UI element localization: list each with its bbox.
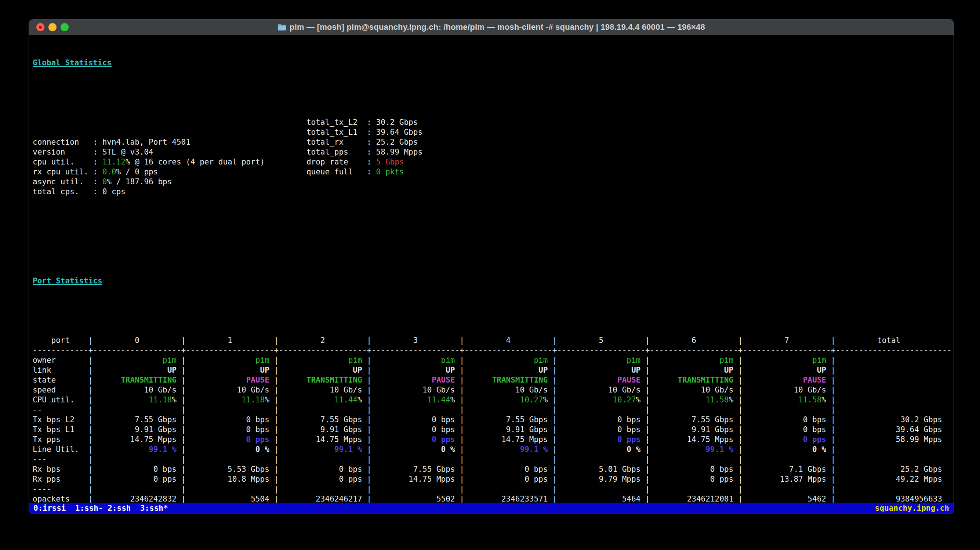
table-cell: |10 Gb/s: [274, 385, 367, 395]
cell-value: [278, 484, 367, 494]
table-cell: |0 bps: [367, 425, 460, 435]
cell-value: 0 bps: [743, 425, 830, 435]
column-divider: |: [552, 435, 557, 445]
column-divider: |: [645, 445, 650, 454]
column-divider: |: [552, 415, 557, 425]
table-cell: |: [645, 405, 738, 415]
table-cell: |: [274, 405, 367, 415]
column-divider: |: [89, 435, 93, 445]
text-segment: 0 pps: [525, 475, 547, 483]
row-label: Tx bps L1: [33, 425, 89, 435]
column-divider: |: [460, 395, 464, 405]
window-titlebar[interactable]: pim — [mosh] pim@squanchy.ipng.ch: /home…: [29, 19, 954, 35]
table-cell: |11.58%: [738, 395, 831, 405]
column-divider: |: [645, 375, 650, 385]
text-segment: 25.2 Gbps: [376, 138, 418, 147]
column-divider: |: [367, 425, 371, 435]
window-title-area: pim — [mosh] pim@squanchy.ipng.ch: /home…: [29, 19, 954, 35]
text-segment: 3: [413, 336, 418, 345]
separator: :: [367, 167, 376, 177]
table-cell: |UP: [367, 365, 460, 375]
table-cell: |10 Gb/s: [89, 385, 181, 395]
text-segment: 11.44: [427, 395, 450, 404]
cell-value: UP: [93, 365, 181, 375]
port-stats-heading: Port Statistics: [33, 276, 950, 286]
text-segment: 5 Gbps: [376, 158, 404, 166]
cell-value: 14.75 Mpps: [464, 435, 552, 445]
table-cell: |0 bps: [645, 464, 738, 474]
cell-value: UP: [186, 365, 274, 375]
column-divider: |: [89, 365, 93, 375]
column-divider: |: [367, 464, 371, 474]
table-cell: |0 pps: [274, 474, 367, 484]
global-stat-value: 30.2 Gbps: [376, 118, 418, 128]
table-cell: |0 %: [367, 445, 460, 454]
global-stat-value: 5 Gbps: [376, 157, 404, 167]
text-segment: 14.75 Mpps: [409, 475, 455, 483]
cell-value: [557, 405, 645, 415]
text-segment: %: [265, 395, 269, 404]
text-segment: %: [636, 395, 641, 404]
text-segment: 6: [692, 336, 696, 345]
text-segment: pim: [534, 356, 547, 365]
global-stat-label: total_cps.: [33, 187, 93, 197]
cell-value: 14.75 Mpps: [278, 435, 367, 445]
close-button[interactable]: [37, 23, 45, 31]
cell-value: 58.99 Mpps: [835, 435, 951, 445]
cell-value: 10 Gb/s: [557, 385, 645, 395]
global-stat-label: cpu_util.: [33, 157, 93, 167]
table-cell: |7.55 Gbps: [367, 464, 460, 474]
column-divider: |: [367, 484, 371, 494]
table-cell: |: [367, 405, 460, 415]
cell-value: 49.22 Mpps: [835, 474, 951, 484]
table-cell: |PAUSE: [552, 375, 645, 385]
text-segment: 11.44: [334, 395, 358, 404]
column-divider: |: [738, 425, 743, 435]
global-stat-value: 0 pkts: [376, 167, 404, 177]
cell-value: 5502: [371, 494, 460, 503]
global-stat-value: 58.99 Mpps: [376, 147, 422, 157]
separator: :: [367, 128, 376, 137]
cell-value: 11.58%: [743, 395, 830, 405]
column-divider: |: [89, 375, 93, 385]
cell-value: 10.27%: [557, 395, 645, 405]
table-cell: |pim: [552, 356, 645, 365]
text-segment: 58.99 Mpps: [376, 148, 422, 156]
column-divider: |: [181, 425, 186, 435]
column-divider: |: [460, 365, 464, 375]
zoom-button[interactable]: [60, 23, 68, 31]
text-segment: 39.64 Gbps: [896, 425, 942, 434]
table-cell: |: [831, 356, 952, 365]
tmux-window-list[interactable]: 0:irssi 1:ssh- 2:ssh 3:ssh*: [33, 504, 168, 513]
cell-value: [557, 454, 645, 464]
minimize-button[interactable]: [48, 23, 57, 31]
column-divider: |: [645, 464, 650, 474]
column-divider: |: [274, 445, 278, 454]
cell-value: 0: [93, 336, 181, 346]
global-stat-row: total_tx_L2: 30.2 Gbps: [307, 118, 422, 128]
column-divider: |: [367, 415, 371, 425]
column-divider: |: [831, 484, 836, 494]
text-segment: 14.75 Mpps: [316, 435, 362, 444]
cell-value: 3: [371, 336, 460, 346]
column-divider: |: [89, 405, 93, 415]
table-cell: |pim: [645, 356, 738, 365]
text-segment: 7.1 Gbps: [789, 465, 826, 473]
cell-value: [371, 405, 460, 415]
text-segment: 14.75 Mpps: [687, 435, 733, 444]
cell-value: 0 pps: [464, 474, 552, 484]
column-divider: |: [738, 365, 743, 375]
table-cell: |: [89, 454, 181, 464]
text-segment: % / 0 pps: [116, 167, 158, 176]
cell-value: 0 bps: [371, 425, 460, 435]
table-row: speed|10 Gb/s|10 Gb/s|10 Gb/s|10 Gb/s|10…: [33, 385, 950, 395]
table-cell: |UP: [552, 365, 645, 375]
table-row: CPU util.|11.18%|11.18%|11.44%|11.44%|10…: [33, 395, 950, 405]
terminal-content[interactable]: Global Statistics connection: hvn4.lab, …: [29, 35, 954, 503]
column-divider: |: [274, 356, 278, 365]
cell-value: pim: [371, 356, 460, 365]
column-divider: |: [367, 356, 371, 365]
cell-value: 0 pps: [557, 435, 645, 445]
column-divider: |: [89, 445, 93, 454]
table-cell: |5: [552, 336, 645, 346]
